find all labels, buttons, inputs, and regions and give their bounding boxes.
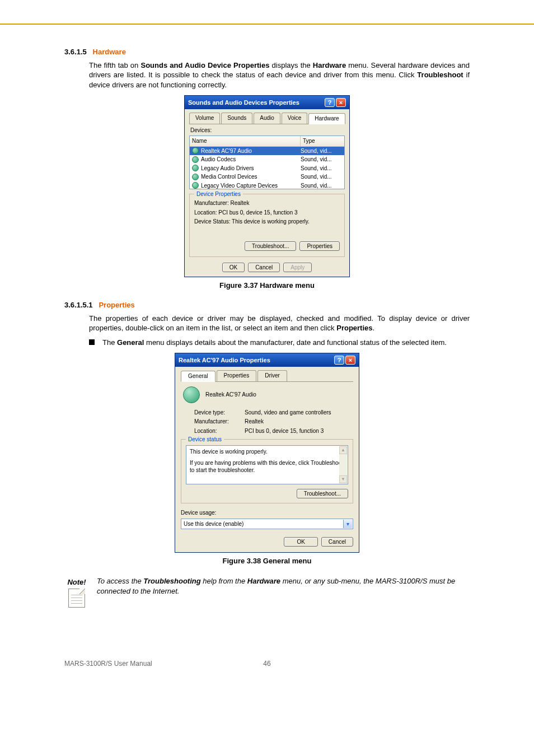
properties-button[interactable]: Properties: [299, 241, 340, 251]
devices-list-header: Name Type: [190, 136, 344, 147]
device-usage-value: Use this device (enable): [184, 520, 243, 528]
section-number: 3.6.1.5: [64, 48, 87, 56]
bullet-item: The General menu displays details about …: [89, 338, 470, 348]
footer-manual-name: MARS-3100R/S User Manual: [64, 659, 263, 668]
scroll-down-icon[interactable]: ▼: [339, 475, 347, 483]
section-heading-hardware: 3.6.1.5 Hardware: [64, 47, 470, 57]
device-status-text: This device is working properly. If you …: [186, 445, 348, 484]
help-icon[interactable]: ?: [334, 356, 344, 365]
label-location: Location:: [194, 427, 245, 435]
properties-paragraph: The properties of each device or driver …: [89, 314, 470, 333]
troubleshoot-button[interactable]: Troubleshoot...: [297, 489, 348, 498]
troubleshoot-button[interactable]: Troubleshoot...: [245, 241, 296, 251]
device-name: Realtek AC'97 Audio: [205, 391, 256, 399]
chevron-down-icon[interactable]: ▾: [343, 520, 352, 529]
note-page-icon: [68, 589, 85, 608]
cancel-button[interactable]: Cancel: [248, 263, 280, 272]
groupbox-title: Device status: [186, 436, 224, 444]
dialog2-titlebar: Realtek AC'97 Audio Properties ? ×: [175, 353, 359, 367]
footer-page-number: 46: [263, 659, 270, 668]
dialog2-title: Realtek AC'97 Audio Properties: [179, 356, 333, 365]
realtek-audio-properties-dialog: Realtek AC'97 Audio Properties ? × Gener…: [175, 353, 359, 553]
square-bullet-icon: [89, 339, 95, 345]
device-usage-label: Device usage:: [181, 509, 353, 517]
dialog1-titlebar: Sounds and Audio Devices Properties ? ×: [185, 96, 349, 109]
help-icon[interactable]: ?: [325, 98, 335, 107]
col-type[interactable]: Type: [301, 136, 344, 146]
bullet-text: The General menu displays details about …: [102, 338, 470, 348]
section-paragraph: The fifth tab on Sounds and Audio Device…: [89, 60, 470, 90]
note-label: Note!: [64, 577, 89, 587]
list-item[interactable]: Audio Codecs Sound, vid...: [190, 155, 344, 164]
section-title: Hardware: [93, 48, 126, 56]
tab-sounds[interactable]: Sounds: [221, 113, 252, 124]
device-icon: [192, 156, 199, 163]
cancel-button[interactable]: Cancel: [321, 537, 353, 547]
device-icon: [192, 182, 199, 189]
list-item[interactable]: Media Control Devices Sound, vid...: [190, 172, 344, 181]
tab-volume[interactable]: Volume: [189, 113, 220, 124]
info-row-location: Location: PCI bus 0, device 15, function…: [194, 427, 353, 435]
tab-audio[interactable]: Audio: [254, 113, 280, 124]
device-usage-select[interactable]: Use this device (enable) ▾: [181, 519, 353, 530]
info-row-manufacturer: Manufacturer: Realtek: [194, 418, 353, 426]
page-footer: MARS-3100R/S User Manual 46: [0, 659, 534, 682]
dialog1-tabs: Volume Sounds Audio Voice Hardware: [189, 113, 345, 124]
device-icon: [183, 386, 200, 403]
col-name[interactable]: Name: [190, 136, 301, 146]
devices-label: Devices:: [190, 127, 345, 134]
tab-driver[interactable]: Driver: [257, 370, 287, 381]
tab-general[interactable]: General: [181, 371, 216, 382]
note-block: Note! To access the Troubleshooting help…: [64, 576, 470, 608]
section-number: 3.6.1.5.1: [64, 301, 93, 309]
apply-button: Apply: [283, 263, 312, 272]
page-content: 3.6.1.5 Hardware The fifth tab on Sounds…: [0, 25, 534, 619]
groupbox-title: Device Properties: [194, 190, 243, 198]
tab-voice[interactable]: Voice: [282, 113, 307, 124]
close-icon[interactable]: ×: [345, 356, 355, 365]
list-item[interactable]: Realtek AC'97 Audio Sound, vid...: [190, 147, 344, 156]
close-icon[interactable]: ×: [336, 98, 346, 107]
device-status: Device Status: This device is working pr…: [194, 218, 340, 226]
device-icon: [192, 174, 199, 180]
dialog2-tabs: General Properties Driver: [181, 370, 353, 382]
label-device-type: Device type:: [194, 409, 245, 417]
device-manufacturer: Manufacturer: Realtek: [194, 199, 340, 207]
section-title: Properties: [99, 301, 134, 309]
value-location: PCI bus 0, device 15, function 3: [245, 427, 353, 435]
figure-caption-2: Figure 3.38 General menu: [64, 556, 470, 566]
device-location: Location: PCI bus 0, device 15, function…: [194, 209, 340, 217]
scrollbar[interactable]: ▲ ▼: [339, 446, 347, 483]
device-properties-group: Device Properties Manufacturer: Realtek …: [189, 194, 345, 257]
device-icon: [192, 165, 199, 171]
sounds-audio-devices-dialog: Sounds and Audio Devices Properties ? × …: [184, 95, 350, 277]
devices-list[interactable]: Name Type Realtek AC'97 Audio Sound, vid…: [189, 136, 345, 189]
ok-button[interactable]: OK: [222, 263, 245, 272]
section-heading-properties: 3.6.1.5.1 Properties: [64, 300, 470, 310]
tab-properties[interactable]: Properties: [217, 370, 257, 381]
device-icon: [192, 147, 199, 154]
label-manufacturer: Manufacturer:: [194, 418, 245, 426]
value-device-type: Sound, video and game controllers: [245, 409, 353, 417]
dialog1-title: Sounds and Audio Devices Properties: [188, 99, 324, 107]
note-text: To access the Troubleshooting help from …: [89, 576, 470, 608]
list-item[interactable]: Legacy Video Capture Devices Sound, vid.…: [190, 181, 344, 190]
figure-caption-1: Figure 3.37 Hardware menu: [64, 281, 470, 291]
device-status-group: Device status This device is working pro…: [181, 439, 353, 503]
info-row-type: Device type: Sound, video and game contr…: [194, 409, 353, 417]
list-item[interactable]: Legacy Audio Drivers Sound, vid...: [190, 164, 344, 173]
scroll-up-icon[interactable]: ▲: [339, 446, 347, 454]
ok-button[interactable]: OK: [284, 537, 317, 547]
tab-hardware[interactable]: Hardware: [308, 113, 345, 124]
value-manufacturer: Realtek: [245, 418, 353, 426]
